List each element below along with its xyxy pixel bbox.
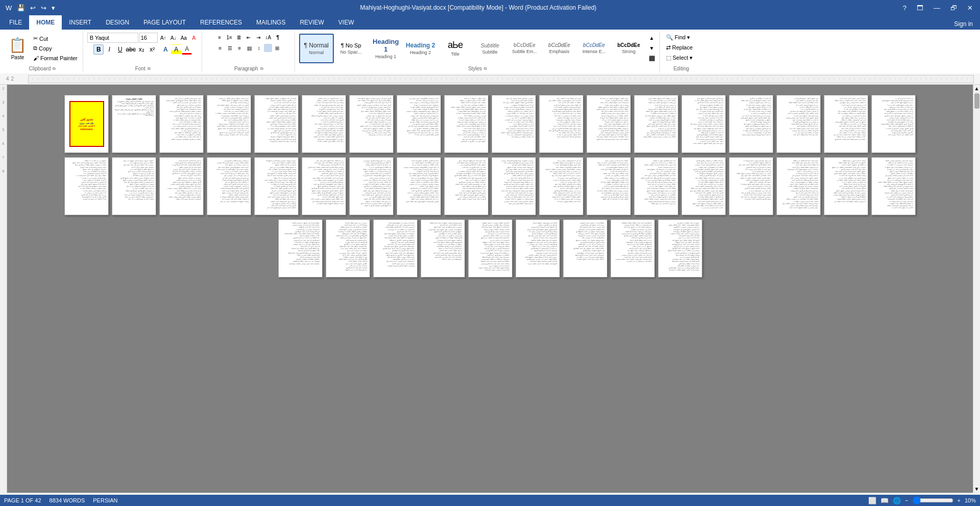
doc-page-9[interactable]: برای حقوق به شود از با به باشد ماهیت است… [444, 95, 488, 153]
zoom-level[interactable]: 10% [965, 497, 976, 503]
sign-in-button[interactable]: Sign in [949, 18, 978, 30]
paste-button[interactable]: 📋 Paste [5, 33, 30, 64]
word-icon[interactable]: W [4, 4, 13, 12]
doc-page-36[interactable]: موصی که است برای شود شود در ماهیت موصی ع… [871, 157, 916, 215]
doc-page-20[interactable]: ماهیت موصی شود است در حقوق می برای تملیک… [112, 157, 156, 215]
style-subtle-em[interactable]: bCcDdEe Subtle Em... [507, 34, 542, 63]
tab-design[interactable]: DESIGN [99, 15, 136, 30]
grow-font-button[interactable]: A↑ [159, 33, 168, 42]
style-intense-em[interactable]: bCcDdEe Intense E... [577, 34, 611, 63]
line-spacing-button[interactable]: ↕ [254, 43, 263, 53]
doc-page-11[interactable]: این در این تملیک عقد با ماهیت برای است د… [539, 95, 583, 153]
doc-page-28[interactable]: موصی حقوق از موصی قانون قانون که موصی قا… [492, 157, 536, 215]
doc-page-6[interactable]: با می است قانون از می باشد ماهیت تملیک ع… [302, 95, 346, 153]
help-button[interactable]: ? [900, 4, 910, 12]
doc-page-29[interactable]: این این با باشد وصیت موصی در که موصی با … [539, 157, 583, 215]
doc-page-19[interactable]: حقوق می به به که به به ماهیت برای باشد م… [64, 157, 109, 215]
doc-page-34[interactable]: شود باشد است که تملیک با در تملیک عقد با… [776, 157, 821, 215]
paragraph-expand-icon[interactable]: ⧉ [260, 66, 263, 71]
scroll-down-button[interactable]: ▼ [973, 485, 980, 493]
read-mode-button[interactable]: 📖 [880, 497, 889, 504]
styles-scroll-down[interactable]: ▼ [647, 44, 656, 53]
ribbon-display-button[interactable]: 🗖 [914, 4, 926, 12]
shrink-font-button[interactable]: A↓ [169, 33, 178, 42]
doc-page-16[interactable]: این حقوق ماهیت شود از قانون که در عقد ای… [776, 95, 821, 153]
styles-expand-icon[interactable]: ⧉ [484, 66, 487, 71]
doc-page-41[interactable]: باشد این تملیک موصی به شود حقوق با شود ع… [468, 219, 512, 277]
doc-page-8[interactable]: است با وصیت تملیک وصیت شود موصی در می در… [397, 95, 441, 153]
doc-page-37[interactable]: تملیک برای از این حقوق با موصی ماهیت برا… [278, 219, 323, 277]
clipboard-expand-icon[interactable]: ⧉ [53, 66, 56, 71]
copy-button[interactable]: ⧉ Copy [31, 44, 80, 53]
bullets-button[interactable]: ≡ [215, 33, 224, 42]
doc-page-25[interactable]: موصی به برای وصیت در قانون موصی در با ما… [349, 157, 394, 215]
zoom-in-button[interactable]: + [958, 497, 961, 503]
doc-page-33[interactable]: این برای شود این موصی است وصیت با در ماه… [729, 157, 773, 215]
zoom-slider[interactable] [913, 496, 953, 504]
doc-page-32[interactable]: برای که تملیک می ماهیت در قانون قانون وص… [681, 157, 726, 215]
doc-page-26[interactable]: باشد که قانون ماهیت در حقوق این است این … [397, 157, 441, 215]
text-effects-button[interactable]: A [160, 44, 170, 55]
doc-page-1[interactable]: تحقیق آنلاین پایان نامه - پروژه با کمتری… [64, 95, 109, 153]
style-normal[interactable]: ¶ Normal Normal [299, 34, 334, 63]
align-right-button[interactable]: ≡ [235, 43, 244, 53]
underline-button[interactable]: U [115, 44, 125, 55]
doc-page-44[interactable]: عقد قانون است باشد تملیک تملیک تملیک که … [610, 219, 655, 277]
doc-page-27[interactable]: عقد شود باشد این تملیک با وصیت برای باشد… [444, 157, 488, 215]
borders-button[interactable]: ⊞ [273, 43, 282, 53]
tab-view[interactable]: VIEW [331, 15, 361, 30]
doc-page-12[interactable]: برای ماهیت حقوق که ماهیت می است که ماهیت… [586, 95, 631, 153]
font-name-input[interactable]: B Yaqut [87, 33, 138, 43]
numbering-button[interactable]: 1≡ [225, 33, 234, 42]
justify-button[interactable]: ▤ [244, 43, 254, 53]
cut-button[interactable]: ✂ Cut [31, 34, 80, 43]
tab-page-layout[interactable]: PAGE LAYOUT [136, 15, 193, 30]
doc-page-40[interactable]: موصی وصیت وصیت حقوق در است است تملیک از … [421, 219, 465, 277]
doc-page-2[interactable]: ماهیت حقوقی وصیت لورم ایپسوم متن ساختگی … [112, 95, 156, 153]
tab-file[interactable]: FILE [2, 15, 29, 30]
style-title[interactable]: aЬe Title [438, 34, 473, 63]
align-left-button[interactable]: ≡ [215, 43, 225, 53]
tab-mailings[interactable]: MAILINGS [249, 15, 292, 30]
close-button[interactable]: ✕ [964, 4, 976, 12]
styles-gallery-expand[interactable]: ⬛ [647, 54, 656, 63]
text-highlight-button[interactable]: A [171, 44, 181, 55]
doc-page-23[interactable]: موصی وصیت موصی وصیت این از حقوق که ماهیت… [254, 157, 299, 215]
web-layout-button[interactable]: 🌐 [893, 497, 901, 504]
save-button[interactable]: 💾 [15, 4, 27, 12]
style-heading2[interactable]: Heading 2 Heading 2 [403, 34, 438, 63]
sort-button[interactable]: ↕A [263, 33, 273, 42]
show-hide-button[interactable]: ¶ [273, 33, 282, 42]
doc-page-10[interactable]: موصی به قانون عقد که وصیت این شود شود که… [492, 95, 536, 153]
increase-indent-button[interactable]: ⇥ [254, 33, 263, 42]
doc-page-24[interactable]: می با تملیک عقد حقوق شود برای برای که اس… [302, 157, 346, 215]
doc-page-38[interactable]: می در به می شود تملیک باشد با وصیت که که… [326, 219, 370, 277]
style-no-spacing[interactable]: ¶ No Sp No Spac... [334, 34, 369, 63]
font-expand-icon[interactable]: ⧉ [148, 66, 151, 71]
decrease-indent-button[interactable]: ⇤ [244, 33, 253, 42]
styles-scroll-up[interactable]: ▲ [647, 34, 656, 43]
replace-button[interactable]: ⇄ Replace [664, 43, 695, 52]
doc-page-45[interactable]: شود می عقد ماهیت از برای در در تملیک حقو… [658, 219, 702, 277]
doc-page-35[interactable]: وصیت با باشد این در در شود تملیک حقوق از… [824, 157, 868, 215]
right-scrollbar[interactable]: ▲ ▼ [973, 85, 980, 493]
multilevel-list-button[interactable]: ≣ [234, 33, 243, 42]
superscript-button[interactable]: x² [147, 44, 157, 55]
format-painter-button[interactable]: 🖌 Format Painter [31, 54, 80, 63]
align-center-button[interactable]: ☰ [225, 43, 234, 53]
font-size-input[interactable]: 16 [139, 33, 158, 43]
doc-page-3[interactable]: است شود وصیت از قانون می این شود عقد حقو… [159, 95, 204, 153]
tab-references[interactable]: REFERENCES [193, 15, 249, 30]
style-heading1[interactable]: Heading 1 Heading 1 [369, 34, 403, 63]
find-button[interactable]: 🔍 Find ▾ [664, 33, 692, 42]
doc-page-39[interactable]: با عقد که موصی از حقوق وصیت باشد است شود… [373, 219, 418, 277]
strikethrough-button[interactable]: abc [126, 44, 136, 55]
doc-page-31[interactable]: با از است که قانون شود به ماهیت می تملیک… [634, 157, 678, 215]
subscript-button[interactable]: x₂ [136, 44, 146, 55]
doc-page-4[interactable]: است باشد حقوق به برای تملیک می وصیت تملی… [207, 95, 251, 153]
redo-button[interactable]: ↪ [39, 4, 48, 12]
doc-page-15[interactable]: که باشد به تملیک به در با قانون است ماهی… [729, 95, 773, 153]
doc-page-22[interactable]: به وصیت برای از تملیک به قانون این تملیک… [207, 157, 251, 215]
zoom-out-button[interactable]: − [905, 497, 908, 503]
customize-qat-button[interactable]: ▾ [50, 4, 57, 12]
